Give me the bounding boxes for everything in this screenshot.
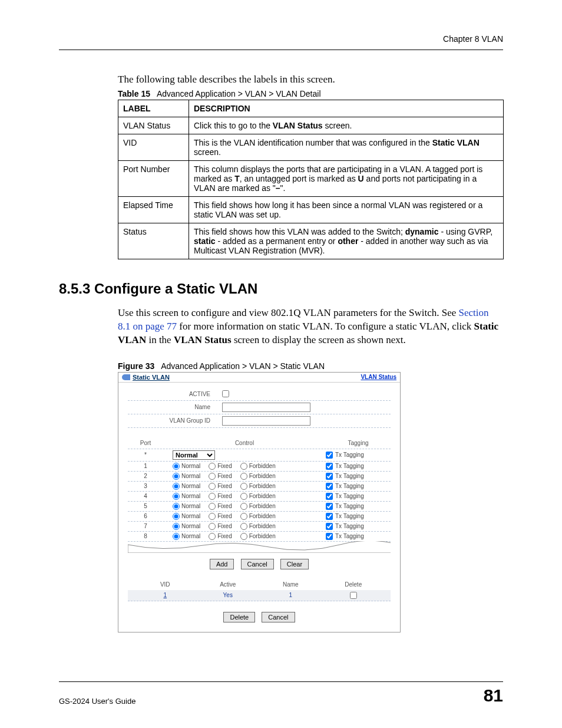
txtag-checkbox[interactable] [326,533,333,540]
forbidden-radio[interactable] [240,483,247,490]
txtag-label: Tx Tagging [335,473,364,479]
fixed-label: Fixed [217,463,232,469]
normal-radio[interactable] [173,493,180,500]
txtag-label: Tx Tagging [335,463,364,469]
table-row: VLAN Status Click this to go to the VLAN… [118,117,504,134]
txtag-checkbox[interactable] [326,503,333,510]
clear-button[interactable]: Clear [280,559,309,569]
fixed-radio[interactable] [209,493,216,500]
cancel-button[interactable]: Cancel [241,559,274,569]
vlan-status-link[interactable]: VLAN Status [361,374,396,380]
th-description: DESCRIPTION [189,100,504,117]
control-select[interactable]: Normal [173,450,215,460]
normal-label: Normal [181,533,200,539]
forbidden-label: Forbidden [249,483,276,489]
torn-edge [128,541,391,553]
port-row: 3 Normal Fixed Forbidden Tx Tagging [128,482,391,492]
forbidden-radio[interactable] [240,503,247,510]
txtag-label: Tx Tagging [335,503,364,509]
delete-button[interactable]: Delete [223,612,255,622]
forbidden-radio[interactable] [240,523,247,530]
cancel-button-lower[interactable]: Cancel [262,612,295,622]
panel-icon [122,374,130,380]
delete-checkbox[interactable] [350,592,357,599]
section-body: Use this screen to configure and view 80… [118,307,503,347]
txtag-label: Tx Tagging [335,523,364,529]
fixed-radio[interactable] [209,483,216,490]
port-row-star: * Normal Tx Tagging [128,449,391,462]
fixed-radio[interactable] [209,463,216,470]
name-header: Name [259,581,322,588]
normal-radio[interactable] [173,503,180,510]
figure-caption: Figure 33 Advanced Application > VLAN > … [118,361,503,371]
cell-label: Elapsed Time [118,197,189,223]
normal-radio[interactable] [173,483,180,490]
active-label: ACTIVE [128,391,222,397]
port-number: 5 [128,503,163,509]
fixed-label: Fixed [217,483,232,489]
port-row: 1 Normal Fixed Forbidden Tx Tagging [128,462,391,472]
fixed-label: Fixed [217,533,232,539]
normal-radio[interactable] [173,473,180,480]
txtag-label: Tx Tagging [335,493,364,499]
forbidden-radio[interactable] [240,533,247,540]
th-label: LABEL [118,100,189,117]
cell-desc: This field shows how this VLAN was added… [189,223,504,259]
vlan-detail-table: LABEL DESCRIPTION VLAN Status Click this… [118,100,504,259]
port-number: 4 [128,493,163,499]
port-number: 8 [128,533,163,539]
active-checkbox[interactable] [222,390,229,397]
table-caption-num: Table 15 [118,89,150,98]
txtag-checkbox[interactable] [326,523,333,530]
table-row: Port Number This column displays the por… [118,161,504,197]
normal-radio[interactable] [173,533,180,540]
txtag-label: Tx Tagging [335,483,364,489]
vid-cell[interactable]: 1 [134,592,197,599]
footer-guide: GS-2024 User's Guide [59,697,135,706]
txtag-checkbox[interactable] [326,483,333,490]
normal-label: Normal [181,473,200,479]
normal-label: Normal [181,513,200,519]
figure-caption-text: Advanced Application > VLAN > Static VLA… [161,361,325,371]
fixed-radio[interactable] [209,473,216,480]
forbidden-label: Forbidden [249,463,276,469]
add-button[interactable]: Add [210,559,234,569]
normal-radio[interactable] [173,523,180,530]
normal-radio[interactable] [173,513,180,520]
txtag-checkbox[interactable] [326,513,333,520]
section-heading: 8.5.3 Configure a Static VLAN [59,281,503,297]
cell-desc: This column displays the ports that are … [189,161,504,197]
fixed-radio[interactable] [209,533,216,540]
port-row: 8 Normal Fixed Forbidden Tx Tagging [128,532,391,542]
static-vlan-figure: Static VLAN VLAN Status ACTIVE Name VLAN… [118,372,401,633]
txtag-checkbox[interactable] [326,463,333,470]
forbidden-radio[interactable] [240,463,247,470]
fixed-label: Fixed [217,493,232,499]
name-input[interactable] [222,403,310,412]
cell-desc: This is the VLAN identification number t… [189,134,504,161]
table-caption-text: Advanced Application > VLAN > VLAN Detai… [157,89,321,98]
cell-label: VLAN Status [118,117,189,134]
txtag-checkbox[interactable] [326,452,333,459]
page-number: 81 [484,686,503,706]
forbidden-label: Forbidden [249,533,276,539]
txtag-checkbox[interactable] [326,473,333,480]
figure-caption-num: Figure 33 [118,361,154,371]
table-row: Elapsed Time This field shows how long i… [118,197,504,223]
forbidden-label: Forbidden [249,473,276,479]
forbidden-radio[interactable] [240,493,247,500]
forbidden-radio[interactable] [240,513,247,520]
tagging-header: Tagging [326,440,391,446]
fixed-radio[interactable] [209,513,216,520]
txtag-checkbox[interactable] [326,493,333,500]
normal-label: Normal [181,493,200,499]
fixed-label: Fixed [217,523,232,529]
groupid-input[interactable] [222,416,310,426]
fixed-radio[interactable] [209,503,216,510]
forbidden-radio[interactable] [240,473,247,480]
port-number: 7 [128,523,163,529]
name-cell: 1 [259,592,322,599]
panel-title: Static VLAN [133,374,170,381]
normal-radio[interactable] [173,463,180,470]
fixed-radio[interactable] [209,523,216,530]
